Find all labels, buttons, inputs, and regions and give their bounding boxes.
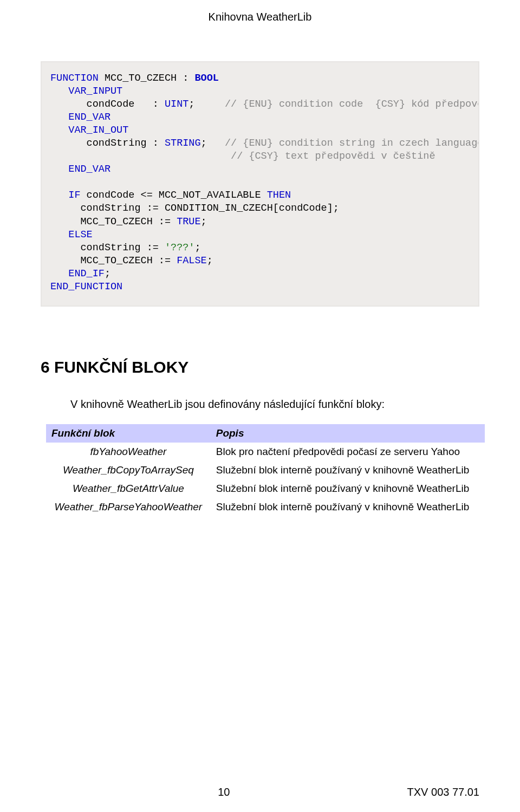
function-blocks-table: Funkční blok Popis fbYahooWeather Blok p… [46,424,485,516]
code-comment: // {CSY} text předpovědi v češtině [231,151,435,162]
code-token: ; [201,216,207,228]
code-token: MCC_TO_CZECH : [99,73,195,84]
page: Knihovna WeatherLib FUNCTION MCC_TO_CZEC… [0,0,520,812]
block-desc: Blok pro načtení předpovědi počasí ze se… [211,443,485,461]
code-token: ; [207,255,213,267]
code-token: condString : [50,138,165,149]
code-token [50,151,231,162]
intro-text: V knihovně WeatherLib jsou definovány ná… [70,398,479,411]
code-token: MCC_TO_CZECH := [50,216,177,228]
code-token: BOOL [194,73,218,84]
code-token: FALSE [177,255,207,267]
code-token: END_VAR [50,112,110,123]
code-token: MCC_TO_CZECH := [50,255,177,267]
block-name: fbYahooWeather [46,443,211,461]
code-token: ; [188,99,225,110]
code-comment: // {ENU} condition code {CSY} kód předpo… [225,99,479,110]
code-token: THEN [267,190,291,201]
code-token: END_IF [50,268,105,280]
code-token: ; [201,138,225,149]
code-token: UINT [165,99,188,110]
doc-number: TXV 003 77.01 [407,786,479,798]
page-number: 10 [218,786,230,798]
code-token: END_FUNCTION [50,281,122,293]
page-footer: 10 TXV 003 77.01 [41,786,479,798]
code-token: FUNCTION [50,73,99,84]
code-token: IF [50,190,81,201]
section-heading: 6 FUNKČNÍ BLOKY [41,358,479,376]
table-row: Weather_fbGetAttrValue Služební blok int… [46,479,485,498]
code-token: ; [194,242,200,254]
block-name: Weather_fbParseYahooWeather [46,498,211,516]
code-token: condCode <= MCC_NOT_AVAILABLE [81,190,267,201]
code-token: ; [105,268,110,280]
block-name: Weather_fbCopyToArraySeq [46,461,211,479]
code-token: condString := [50,242,165,254]
code-token: VAR_INPUT [50,86,122,97]
code-token: VAR_IN_OUT [50,125,128,136]
code-token: STRING [165,138,201,149]
table-row: fbYahooWeather Blok pro načtení předpově… [46,443,485,461]
code-token: condCode : [50,99,165,110]
table-header-name: Funkční blok [46,424,211,443]
block-desc: Služební blok interně používaný v knihov… [211,479,485,498]
code-comment: // {ENU} condition string in czech langu… [225,138,479,149]
code-token: TRUE [177,216,200,228]
block-desc: Služební blok interně používaný v knihov… [211,498,485,516]
block-desc: Služební blok interně používaný v knihov… [211,461,485,479]
table-row: Weather_fbCopyToArraySeq Služební blok i… [46,461,485,479]
table-header-desc: Popis [211,424,485,443]
code-token: END_VAR [50,164,110,175]
code-token: ELSE [50,229,93,241]
block-name: Weather_fbGetAttrValue [46,479,211,498]
code-token: condString := CONDITION_IN_CZECH[condCod… [50,203,339,214]
code-string: '???' [165,242,195,254]
table-row: Weather_fbParseYahooWeather Služební blo… [46,498,485,516]
page-header: Knihovna WeatherLib [41,11,479,23]
code-listing: FUNCTION MCC_TO_CZECH : BOOL VAR_INPUT c… [41,61,479,307]
